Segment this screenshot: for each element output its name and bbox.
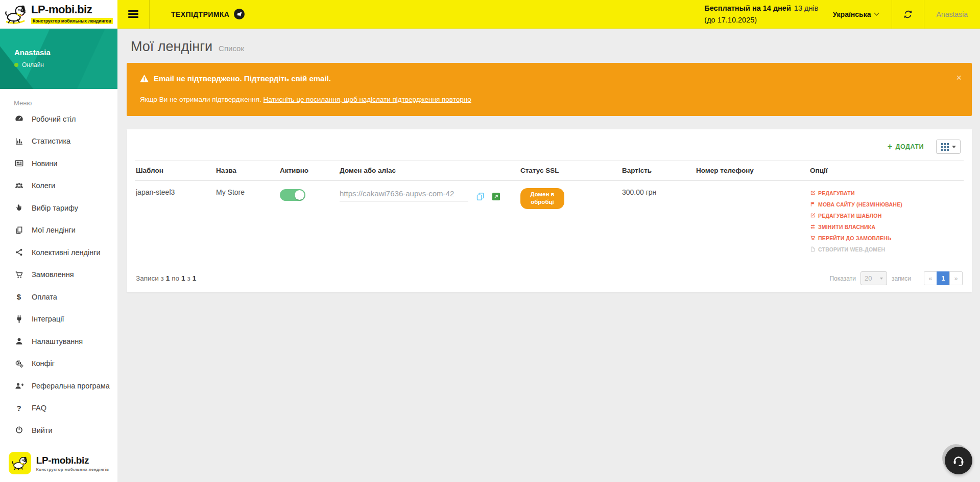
header-logo[interactable]: LP-mobi.biz Конструктор мобильных лендин… [0, 0, 117, 29]
sidebar-item-label: FAQ [32, 404, 46, 412]
cell-price: 300.00 грн [621, 181, 695, 259]
edit-icon [810, 190, 816, 196]
support-label: ТЕХПІДТРИМКА [171, 10, 229, 18]
sidebar-footer-logo[interactable]: LP-mobi.biz Конструктор мобільних лендін… [0, 444, 117, 482]
bar-chart-icon [14, 136, 24, 146]
alert-body-row: Якщо Ви не отримали підтвердження. Натис… [140, 96, 959, 103]
column-header-phone[interactable]: Номер телефону [695, 160, 809, 181]
option-go-to-orders[interactable]: ПЕРЕЙТИ ДО ЗАМОВЛЕНЬ [810, 233, 962, 243]
copy-icon [476, 192, 485, 201]
trial-until: (до 17.10.2025) [704, 14, 818, 26]
option-edit-template[interactable]: РЕДАГУВАТИ ШАБЛОН [810, 211, 962, 220]
sidebar-item-label: Оплата [32, 293, 57, 301]
sidebar-item-statistics[interactable]: Статистика [0, 130, 117, 153]
menu-toggle-button[interactable] [117, 10, 149, 18]
column-header-price[interactable]: Вартість [621, 160, 695, 181]
column-header-ssl-status[interactable]: Статус SSL [519, 160, 621, 181]
copy-domain-button[interactable] [476, 192, 485, 201]
option-edit[interactable]: РЕДАГУВАТИ [810, 188, 962, 198]
column-header-options[interactable]: Опції [809, 160, 964, 181]
toggle-knob [295, 190, 304, 200]
sidebar-item-settings[interactable]: Налаштування [0, 330, 117, 353]
page-size-label: Показати [829, 275, 855, 282]
support-link[interactable]: ТЕХПІДТРИМКА [150, 9, 265, 19]
records-word-label: записи [892, 275, 911, 282]
sidebar-item-colleagues[interactable]: Колеги [0, 175, 117, 197]
sidebar-item-label: Вийти [32, 426, 53, 434]
support-chat-button[interactable] [945, 447, 972, 474]
refresh-icon [903, 9, 913, 19]
sidebar-item-label: Колективні лендінги [32, 248, 101, 257]
gears-icon [14, 359, 24, 369]
table-view-button[interactable] [936, 140, 961, 154]
sidebar-item-label: Статистика [32, 137, 70, 145]
column-header-active[interactable]: Активно [279, 160, 339, 181]
alert-body-text: Якщо Ви не отримали підтвердження. [140, 96, 264, 103]
pager-prev-button[interactable]: « [924, 271, 937, 285]
sidebar-item-tariff[interactable]: Вибір тарифу [0, 197, 117, 219]
sidebar-item-label: Налаштування [32, 337, 83, 346]
option-site-language[interactable]: МОВА САЙТУ (НЕЗМІНЮВАНЕ) [810, 199, 962, 209]
sidebar-item-news[interactable]: Новини [0, 152, 117, 175]
header-username[interactable]: Anastasia [924, 10, 980, 18]
sidebar-item-label: Замовлення [32, 270, 74, 279]
active-toggle[interactable] [280, 189, 305, 201]
sidebar-item-my-landings[interactable]: Мої лендінги [0, 219, 117, 242]
menu-section-label: Меню [0, 89, 117, 108]
hand-pointer-icon [14, 203, 24, 213]
sidebar-item-orders[interactable]: Замовлення [0, 264, 117, 286]
sidebar-item-config[interactable]: Конфіг [0, 353, 117, 375]
alert-close-button[interactable]: × [956, 73, 962, 82]
records-info: Записи з 1 по 1 з 1 [136, 274, 196, 282]
app-root: LP-mobi.biz Конструктор мобильных лендин… [0, 0, 980, 482]
sidebar-item-label: Конфіг [32, 359, 55, 368]
sidebar-item-collective-landings[interactable]: Колективні лендінги [0, 241, 117, 264]
pager-next-button[interactable]: » [949, 271, 963, 285]
cell-name: My Store [215, 181, 279, 259]
cell-ssl-status: Домен в обробці [519, 181, 621, 259]
column-header-name[interactable]: Назва [215, 160, 279, 181]
sidebar-item-faq[interactable]: ? FAQ [0, 397, 117, 420]
plug-icon [14, 314, 24, 324]
share-icon [14, 247, 24, 257]
pages-icon [14, 225, 24, 235]
sidebar-item-logout[interactable]: Вийти [0, 419, 117, 442]
sidebar-item-payment[interactable]: $ Оплата [0, 286, 117, 308]
telegram-icon [234, 9, 245, 19]
pager-page-1-button[interactable]: 1 [937, 271, 950, 285]
sidebar-item-integrations[interactable]: Інтеграції [0, 308, 117, 331]
column-header-template[interactable]: Шаблон [135, 160, 215, 181]
language-selector[interactable]: Українська [832, 10, 878, 18]
sidebar-item-label: Інтеграції [32, 315, 64, 323]
page-head: Мої лендінгиСписок [117, 29, 980, 62]
add-landing-button[interactable]: + ДОДАТИ [888, 143, 924, 151]
edit-icon [810, 213, 816, 218]
page-size-select[interactable]: 20 [861, 271, 887, 285]
table-header-row: Шаблон Назва Активно Домен або аліас Ста… [135, 160, 964, 181]
trial-plan-label: Бесплатный на 14 дней [704, 4, 791, 12]
open-landing-button[interactable] [492, 193, 500, 200]
option-create-web-domain[interactable]: СТВОРИТИ WEB-ДОМЕН [810, 244, 962, 254]
newspaper-icon [14, 158, 24, 168]
sidebar-item-dashboard[interactable]: Робочий стіл [0, 108, 117, 130]
language-label: Українська [832, 10, 871, 18]
domain-input[interactable] [340, 188, 468, 201]
cell-domain [339, 181, 519, 259]
landings-table: Шаблон Назва Активно Домен або аліас Ста… [135, 160, 964, 258]
sidebar-item-referral[interactable]: Реферальна програма [0, 375, 117, 397]
exchange-icon [810, 224, 816, 229]
pagination-zone: Показати 20 записи « 1 » [829, 271, 963, 285]
table-footer: Записи з 1 по 1 з 1 Показати 20 записи [135, 269, 964, 285]
chevron-down-icon [880, 278, 883, 280]
resend-confirmation-link[interactable]: Натисніть це посилання, щоб надіслати пі… [264, 96, 471, 103]
trial-days-left: 13 днів [794, 4, 819, 12]
trial-info: Бесплатный на 14 дней13 днів (до 17.10.2… [704, 3, 818, 26]
pager: « 1 » [924, 271, 963, 285]
refresh-button[interactable] [892, 0, 924, 29]
option-change-owner[interactable]: ЗМІНИТИ ВЛАСНИКА [810, 222, 962, 232]
footer-logo-title: LP-mobi.biz [36, 455, 109, 466]
cell-options: РЕДАГУВАТИ МОВА САЙТУ (НЕЗМІНЮВАНЕ) РЕДА… [809, 181, 964, 259]
column-header-domain[interactable]: Домен або аліас [339, 160, 519, 181]
logo-title: LP-mobi.biz [31, 3, 92, 16]
page-subtitle: Список [219, 44, 244, 53]
